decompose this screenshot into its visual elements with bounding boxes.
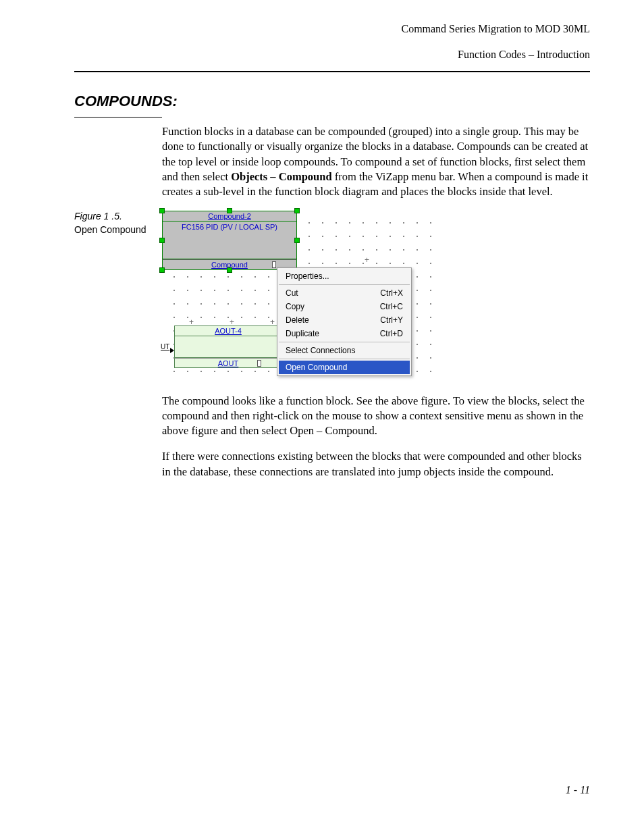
selection-handle-icon[interactable]: [159, 238, 165, 243]
plus-icon: +: [189, 317, 194, 327]
header-chapter: Function Codes – Introduction: [74, 46, 590, 63]
menu-label: Properties...: [286, 271, 329, 281]
resize-handle-icon[interactable]: [272, 261, 276, 268]
paragraph-2: The compound looks like a function block…: [162, 394, 590, 439]
menu-label: Select Connections: [286, 346, 355, 355]
selection-handle-icon[interactable]: [159, 267, 165, 273]
menu-item-duplicate[interactable]: Duplicate Ctrl+D: [279, 327, 410, 340]
menu-item-open-compound[interactable]: Open Compound: [279, 361, 410, 374]
menu-separator: [279, 342, 410, 342]
menu-label: Duplicate: [286, 329, 319, 338]
menu-item-select-connections[interactable]: Select Connections: [279, 344, 410, 357]
aout-block[interactable]: AOUT-4 AOUT: [174, 325, 282, 368]
menu-separator: [279, 359, 410, 359]
selection-handle-icon[interactable]: [227, 267, 232, 273]
compound-block-body: FC156 PID (PV / LOCAL SP): [162, 221, 297, 259]
section-rule: [74, 117, 162, 118]
selection-handle-icon[interactable]: [294, 208, 300, 213]
plus-icon: +: [230, 317, 234, 327]
menu-item-delete[interactable]: Delete Ctrl+Y: [279, 313, 410, 327]
menu-label: Open Compound: [286, 363, 347, 372]
arrow-right-icon: [170, 348, 174, 353]
compound-block-subtitle: FC156 PID (PV / LOCAL SP): [182, 223, 277, 231]
header-divider: [74, 71, 590, 72]
menu-label: Delete: [286, 315, 309, 325]
intro-paragraph: Function blocks in a database can be com…: [162, 124, 590, 199]
menu-shortcut: Ctrl+X: [380, 288, 403, 298]
context-menu: Properties... Cut Ctrl+X Copy Ctrl+C Del…: [277, 267, 412, 376]
menu-item-cut[interactable]: Cut Ctrl+X: [279, 286, 410, 300]
paragraph-3: If there were connections existing betwe…: [162, 449, 590, 479]
menu-shortcut: Ctrl+C: [380, 302, 403, 311]
compound-block[interactable]: Compound-2 FC156 PID (PV / LOCAL SP) Com…: [162, 211, 297, 270]
menu-separator: [279, 284, 410, 285]
selection-handle-icon[interactable]: [159, 208, 165, 213]
p1-bold: Objects – Compound: [231, 170, 331, 183]
selection-handle-icon[interactable]: [227, 208, 232, 213]
plus-icon: +: [365, 255, 369, 265]
menu-item-properties[interactable]: Properties...: [279, 269, 410, 283]
section-heading: COMPOUNDS:: [74, 93, 590, 110]
figure-caption: Open Compound: [74, 224, 150, 235]
menu-label: Cut: [286, 288, 298, 298]
aout-block-title: AOUT-4: [174, 325, 282, 336]
aout-block-body: [174, 336, 282, 358]
menu-label: Copy: [286, 302, 304, 311]
page-number: 1 - 11: [566, 784, 590, 796]
plus-icon: +: [270, 317, 275, 327]
figure-number: Figure 1 .5.: [74, 211, 150, 221]
ut-port-label: UT: [161, 343, 169, 350]
figure-screenshot: + Compound-2 FC156 PID (PV / LOCAL SP) C…: [162, 211, 432, 383]
aout-block-footer: AOUT: [174, 358, 282, 368]
menu-shortcut: Ctrl+Y: [380, 315, 403, 325]
menu-item-copy[interactable]: Copy Ctrl+C: [279, 300, 410, 313]
header-doc-title: Command Series Migration to MOD 30ML: [74, 20, 590, 38]
resize-handle-icon[interactable]: [257, 360, 261, 367]
selection-handle-icon[interactable]: [294, 238, 300, 243]
menu-shortcut: Ctrl+D: [380, 329, 403, 338]
